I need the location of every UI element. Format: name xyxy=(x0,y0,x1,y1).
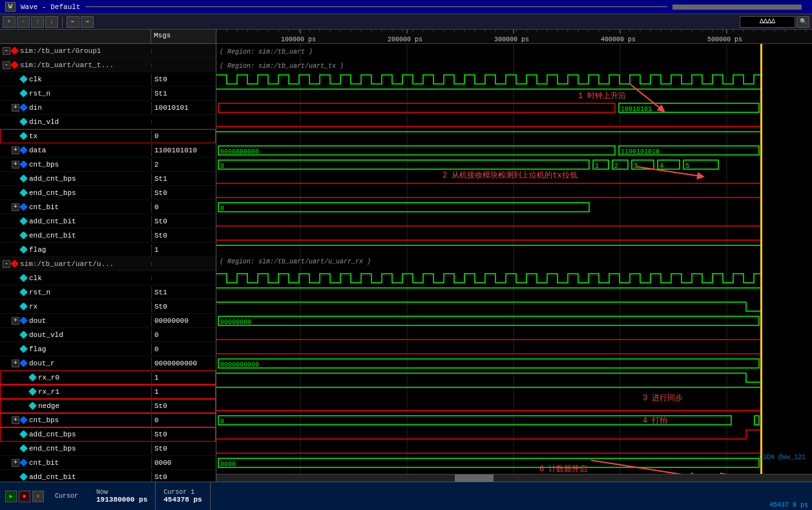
title-scrollbar[interactable] xyxy=(672,5,802,10)
signal-icon xyxy=(28,388,37,396)
signal-name: data xyxy=(29,147,46,154)
signal-icon xyxy=(28,374,37,382)
signal-row[interactable]: +cnt_bps0 xyxy=(0,413,216,427)
signal-icon xyxy=(19,189,28,197)
signal-value xyxy=(151,49,216,53)
signal-row[interactable]: +din10010101 xyxy=(0,101,216,115)
toolbar-btn-6[interactable]: ⇥ xyxy=(81,16,94,28)
expand-icon[interactable] xyxy=(21,388,28,396)
signal-icon xyxy=(19,303,28,311)
expand-icon[interactable] xyxy=(21,402,28,410)
signal-row[interactable]: +cnt_bps2 xyxy=(0,158,216,172)
signal-row[interactable]: rst_nSt1 xyxy=(0,87,216,101)
signal-row[interactable]: clkSt0 xyxy=(0,72,216,87)
signal-row[interactable]: end_cnt_bpsSt0 xyxy=(0,442,216,456)
expand-icon[interactable] xyxy=(21,374,28,382)
signal-value: 10010101 xyxy=(151,102,216,114)
signal-value: St0 xyxy=(151,74,216,85)
expand-icon[interactable] xyxy=(12,345,19,353)
expand-icon[interactable] xyxy=(12,289,19,296)
expand-icon[interactable] xyxy=(12,132,19,140)
signal-row[interactable]: -sim:/tb_uart/Group1 xyxy=(0,44,216,58)
status-icon-1[interactable]: ▶ xyxy=(5,491,17,502)
signal-row[interactable]: +dout_r0000000000 xyxy=(0,356,216,371)
expand-icon[interactable] xyxy=(12,331,19,339)
signal-row[interactable]: flag0 xyxy=(0,342,216,356)
toolbar-btn-3[interactable]: ↑ xyxy=(31,16,44,28)
expand-icon[interactable]: + xyxy=(12,317,19,325)
expand-icon[interactable]: + xyxy=(12,104,19,112)
app-container: W Wave - Default + - ↑ ↓ ⇤ ⇥ ΔΔΔΔ 🔍 Msgs… xyxy=(0,0,812,510)
signal-row[interactable]: rx_r01 xyxy=(0,371,216,385)
status-icon-2[interactable]: ■ xyxy=(19,491,30,502)
signal-row[interactable]: add_cnt_bpsSt1 xyxy=(0,172,216,186)
expand-icon[interactable]: + xyxy=(12,147,19,154)
signal-value xyxy=(151,262,216,266)
signal-row[interactable]: nedgeSt0 xyxy=(0,399,216,413)
signal-row[interactable]: dout_vld0 xyxy=(0,328,216,342)
expand-icon[interactable] xyxy=(12,90,19,97)
toolbar-btn-2[interactable]: - xyxy=(17,16,30,28)
expand-icon[interactable] xyxy=(12,246,19,254)
expand-icon[interactable] xyxy=(12,445,19,453)
expand-icon[interactable] xyxy=(12,76,19,83)
expand-icon[interactable]: + xyxy=(12,203,19,211)
expand-icon[interactable]: + xyxy=(12,416,19,424)
signal-row[interactable]: +data1100101010 xyxy=(0,143,216,158)
signal-row[interactable]: flag1 xyxy=(0,243,216,257)
toolbar-btn-5[interactable]: ⇤ xyxy=(67,16,79,28)
expand-icon[interactable] xyxy=(12,473,19,481)
expand-icon[interactable]: - xyxy=(3,61,10,69)
expand-icon[interactable] xyxy=(12,218,19,225)
signal-row[interactable]: -sim:/tb_uart/uart_t... xyxy=(0,58,216,72)
expand-icon[interactable]: + xyxy=(12,459,19,467)
signal-value: 1 xyxy=(151,386,216,398)
expand-icon[interactable] xyxy=(12,118,19,126)
signal-value: St0 xyxy=(151,471,216,482)
expand-icon[interactable] xyxy=(12,189,19,197)
expand-icon[interactable] xyxy=(12,175,19,183)
signal-row[interactable]: end_cnt_bitSt0 xyxy=(0,229,216,243)
toolbar-btn-1[interactable]: + xyxy=(3,16,16,28)
scrollbar-thumb[interactable] xyxy=(455,474,494,482)
signal-row[interactable]: end_cnt_bpsSt0 xyxy=(0,186,216,200)
toolbar-btn-4[interactable]: ↓ xyxy=(45,16,58,28)
expand-icon[interactable]: - xyxy=(3,260,10,268)
wave-content[interactable]: 1 时钟上升沿 2 从机接收模块检测到上位机的tx拉低 3 进行同步 4 打拍 … xyxy=(216,44,812,474)
signal-name: rx_r1 xyxy=(38,388,59,396)
signal-icon xyxy=(19,274,28,282)
signal-row[interactable]: +cnt_bit0 xyxy=(0,200,216,214)
signal-value: 0 xyxy=(151,343,216,355)
signal-row[interactable]: add_cnt_bitSt0 xyxy=(0,214,216,229)
expand-icon[interactable] xyxy=(12,431,19,438)
signal-row[interactable]: rxSt0 xyxy=(0,300,216,314)
expand-icon[interactable]: + xyxy=(12,161,19,168)
h-scrollbar[interactable] xyxy=(216,474,812,482)
toolbar-btn-7[interactable]: 🔍 xyxy=(796,16,809,28)
status-right: Now 191380000 ps Cursor 1 454378 ps 4543… xyxy=(88,482,812,510)
signal-icon xyxy=(10,61,19,69)
expand-icon[interactable] xyxy=(12,303,19,311)
header-name xyxy=(0,30,151,43)
expand-icon[interactable]: + xyxy=(12,360,19,367)
signal-row[interactable]: add_cnt_bitSt0 xyxy=(0,470,216,482)
expand-icon[interactable]: - xyxy=(3,47,10,55)
signal-row[interactable]: clk xyxy=(0,271,216,285)
signal-row[interactable]: +cnt_bit0000 xyxy=(0,456,216,470)
signal-row[interactable]: tx0 xyxy=(0,129,216,143)
signal-row[interactable]: rx_r11 xyxy=(0,385,216,399)
signal-row[interactable]: din_vld xyxy=(0,115,216,129)
signal-value: 1 xyxy=(151,372,216,383)
signal-icon xyxy=(19,90,28,97)
expand-icon[interactable] xyxy=(12,274,19,282)
expand-icon[interactable] xyxy=(12,232,19,240)
signal-row[interactable]: rst_nSt1 xyxy=(0,285,216,300)
signal-row[interactable]: +dout00000000 xyxy=(0,314,216,328)
signal-list[interactable]: -sim:/tb_uart/Group1-sim:/tb_uart/uart_t… xyxy=(0,44,216,482)
signal-name: clk xyxy=(29,76,42,83)
signal-name: cnt_bps xyxy=(29,416,59,424)
signal-row[interactable]: -sim:/tb_uart/uart/u... xyxy=(0,257,216,271)
annotation-6: 6 计数器开启 xyxy=(539,464,587,474)
signal-row[interactable]: add_cnt_bpsSt0 xyxy=(0,427,216,442)
status-icon-3[interactable]: ⚡ xyxy=(32,491,44,502)
